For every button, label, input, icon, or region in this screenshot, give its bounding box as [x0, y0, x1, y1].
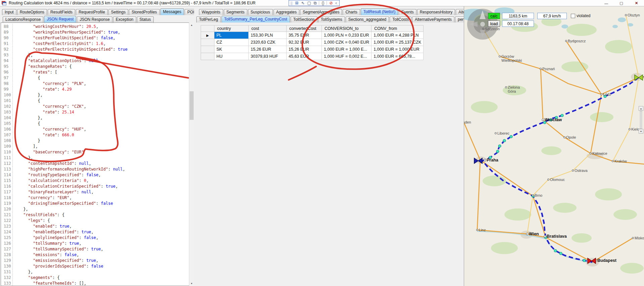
toolbar-grip[interactable]: ⣿ [290, 1, 292, 5]
load-button[interactable]: load [488, 20, 500, 27]
tab-segments[interactable]: Segments [224, 9, 247, 15]
tab-json-response[interactable]: JSON Response [77, 16, 112, 22]
column-header-conv-from[interactable]: CONV_from [371, 26, 424, 32]
cell-converted[interactable]: 92,32 EUR [287, 39, 322, 46]
tab-status[interactable]: Status [137, 16, 154, 22]
minimize-button[interactable]: — [599, 0, 614, 6]
json-line: 101{ [1, 98, 189, 104]
cell-conv-from[interactable]: 1,000 EUR = 665,78... [371, 53, 424, 60]
violated-checkbox[interactable] [571, 14, 575, 18]
scroll-down-icon[interactable]: ▼ [189, 281, 194, 286]
route-waypoint-dot[interactable] [559, 252, 562, 255]
column-header-convertedcost[interactable]: convertedCost [287, 26, 322, 32]
route-waypoint-dot[interactable] [561, 114, 563, 117]
tab-segmentaggregates[interactable]: SegmentAggregates [300, 9, 342, 15]
multi-select-icon[interactable]: ⧉ [314, 1, 317, 5]
city-dot-olsztyn [625, 14, 627, 16]
cell-country[interactable]: CZ [214, 39, 249, 46]
cell-cost[interactable]: 30379,83 HUF [249, 53, 287, 60]
column-header-cost[interactable]: cost [249, 26, 287, 32]
row-selector[interactable] [201, 53, 214, 60]
close-button[interactable]: ✕ [629, 0, 644, 6]
column-header-country[interactable]: country [214, 26, 249, 32]
tab-routeoptions[interactable]: RouteOptions [17, 9, 47, 15]
rectangle-select-icon[interactable]: ▢ [307, 1, 311, 5]
tab-tollsummary-perleg-countrycost[interactable]: TollSummary_PerLeg_CountryCost [221, 16, 290, 22]
json-scrollbar[interactable]: ▲ ▼ [189, 22, 194, 286]
cell-conv-to[interactable]: 1,000 EUR = 1,000 E... [322, 46, 371, 53]
tab-tollperleg[interactable]: TollPerLeg [196, 16, 221, 22]
tab-sections-aggregated[interactable]: Sections_aggregated [346, 16, 389, 22]
json-request-viewer[interactable]: 88"workingCostPerHour": 20.5,89"workingC… [1, 22, 189, 286]
json-line: 103"rate": 25.14 [1, 109, 189, 115]
tab-suspicious[interactable]: Suspicious [248, 9, 273, 15]
cell-converted[interactable]: 35,75 EUR [287, 32, 322, 39]
tab-settings[interactable]: Settings [108, 9, 128, 15]
pointer-icon[interactable]: ⇖ [301, 1, 304, 5]
zoom-in-icon[interactable]: ▲ [639, 106, 643, 111]
row-header-column [201, 26, 214, 32]
cell-country[interactable]: HU [214, 53, 249, 60]
cell-converted[interactable]: 45,63 EUR [287, 53, 322, 60]
tab-locationsresponse[interactable]: LocationsResponse [3, 16, 43, 22]
route-options-icon[interactable]: ⊞ [295, 1, 298, 5]
route-waypoint-dot[interactable] [554, 249, 557, 252]
tab-aggregates[interactable]: Aggregates [274, 9, 299, 15]
tab-charts[interactable]: Charts [343, 9, 360, 15]
cell-converted[interactable]: 15,26 EUR [287, 46, 322, 53]
table-row-cz[interactable]: CZ2320,63 CZK92,32 EUR1,000 CZK = 0,040 … [201, 39, 424, 46]
cell-country[interactable]: PL [214, 32, 249, 39]
no-entry-icon[interactable]: ⊘ [329, 1, 333, 5]
cell-cost[interactable]: 153,30 PLN [249, 32, 287, 39]
cell-conv-to[interactable]: 1,000 CZK = 0,040 EUR [322, 39, 371, 46]
table-row-hu[interactable]: HU30379,83 HUF45,63 EUR1,000 HUF = 0,002… [201, 53, 424, 60]
route-waypoint-dot[interactable] [583, 259, 586, 262]
table-row-pl[interactable]: ▶PL153,30 PLN35,75 EUR1,000 PLN = 0,233 … [201, 32, 424, 39]
column-header-conversion-to[interactable]: CONVERSION_to [322, 26, 371, 32]
city-label-opole: Opole [566, 135, 576, 139]
tab-tollresult-netto[interactable]: TollResult (Netto!) [361, 8, 398, 15]
cell-cost[interactable]: 2320,63 CZK [249, 39, 287, 46]
row-selector[interactable] [201, 46, 214, 53]
cell-conv-to[interactable]: 1,000 HUF = 0,002 E... [322, 53, 371, 60]
row-selector[interactable]: ▶ [201, 32, 214, 39]
tab-json-request[interactable]: JSON Request [44, 16, 76, 22]
table-row-sk[interactable]: SK15,26 EUR15,26 EUR1,000 EUR = 1,000 E.… [201, 46, 424, 53]
cell-conv-from[interactable]: 1,000 EUR = 25,137 CZK [371, 39, 424, 46]
code-braces-icon[interactable]: {} [321, 1, 324, 5]
cell-country[interactable]: SK [214, 46, 249, 53]
zoom-out-icon[interactable]: ▼ [639, 129, 643, 134]
tab-exception[interactable]: Exception [113, 16, 136, 22]
json-line: 97{ [1, 75, 189, 81]
cell-conv-from[interactable]: 1,000 EUR = 4,288 PLN [371, 32, 424, 39]
maximize-button[interactable]: ▢ [614, 0, 629, 6]
row-selector[interactable] [201, 39, 214, 46]
scroll-up-icon[interactable]: ▲ [189, 22, 194, 28]
zoom-track[interactable] [640, 111, 642, 129]
route-waypoint-dot[interactable] [498, 145, 501, 147]
tab-resultfields[interactable]: ResultFields [48, 9, 75, 15]
tab-messages[interactable]: Messages [160, 8, 184, 15]
tab-input[interactable]: Input [2, 9, 16, 15]
tab-tollsections[interactable]: TollSections [291, 16, 317, 22]
tab-storedprofiles[interactable]: StoredProfiles [129, 9, 159, 15]
route-waypoint-dot[interactable] [510, 135, 512, 138]
scrollbar-thumb[interactable] [190, 91, 194, 120]
tab-responseshistory[interactable]: ResponsesHistory [417, 9, 455, 15]
tab-events[interactable]: Events [399, 9, 416, 15]
cell-conv-from[interactable]: 1,000 EUR = 1,000 EUR [371, 46, 424, 53]
tab-waypoints[interactable]: Waypoints [199, 9, 223, 15]
collapse-chevron-icon[interactable]: ‹ [335, 1, 337, 5]
cell-conv-to[interactable]: 1,000 PLN = 0,233 EUR [322, 32, 371, 39]
route-waypoint-dot[interactable] [496, 150, 499, 153]
calc-button[interactable]: calc [488, 13, 500, 19]
tab-tollsystems[interactable]: TollSystems [318, 16, 345, 22]
cell-cost[interactable]: 15,26 EUR [249, 46, 287, 53]
map-panel[interactable]: SzczecinOlsztynBydgoszczGorzówWielkopols… [464, 6, 644, 286]
map-zoom-control[interactable]: ▲ ▼ [639, 106, 643, 135]
tab-tollcosts[interactable]: TollCosts [390, 16, 411, 22]
tab-alternativepayments[interactable]: AlternativePayments [412, 16, 454, 22]
toll-country-table[interactable]: countrycostconvertedCostCONVERSION_toCON… [201, 25, 424, 60]
route-waypoint-dot[interactable] [503, 139, 506, 142]
tab-requestprofile[interactable]: RequestProfile [76, 9, 108, 15]
